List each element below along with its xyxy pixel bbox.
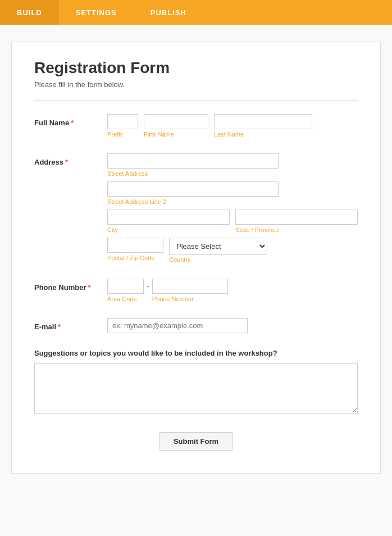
- email-label: E-mail*: [34, 318, 107, 331]
- city-wrap: City: [107, 210, 230, 233]
- required-star-phone: *: [88, 283, 90, 292]
- prefix-wrap: Prefix: [107, 114, 138, 138]
- state-input[interactable]: [235, 210, 358, 225]
- nav-build[interactable]: BUILD: [0, 0, 59, 25]
- zip-country-row: Postal / Zip Code Please Select United S…: [107, 238, 358, 263]
- form-title: Registration Form: [34, 59, 358, 77]
- submit-row: Submit Form: [34, 432, 358, 451]
- required-star-address: *: [65, 158, 68, 166]
- suggestions-section: Suggestions or topics you would like to …: [34, 349, 358, 415]
- form-subtitle: Please fill in the form below.: [34, 80, 358, 89]
- street-input[interactable]: [107, 153, 279, 169]
- address-fields: Street Address Street Address Line 2 Cit…: [107, 153, 358, 263]
- form-card: Registration Form Please fill in the for…: [11, 42, 381, 474]
- address-label: Address*: [34, 153, 107, 166]
- divider: [34, 100, 358, 101]
- phonenumber-input[interactable]: [152, 279, 228, 294]
- prefix-input[interactable]: [107, 114, 138, 129]
- full-name-row: Full Name* Prefix First Name Last Name: [34, 114, 358, 138]
- country-select[interactable]: Please Select United States Canada Unite…: [169, 238, 267, 255]
- areacode-input[interactable]: [107, 279, 144, 294]
- street-label: Street Address: [107, 170, 358, 177]
- firstname-wrap: First Name: [144, 114, 208, 138]
- phonenumber-label: Phone Number: [152, 296, 228, 302]
- zip-input[interactable]: [107, 238, 163, 253]
- country-wrap: Please Select United States Canada Unite…: [169, 238, 267, 263]
- phone-row: Phone Number* Area Code - Phone Number: [34, 279, 358, 302]
- street2-input[interactable]: [107, 181, 279, 197]
- suggestions-label: Suggestions or topics you would like to …: [34, 349, 358, 357]
- zip-wrap: Postal / Zip Code: [107, 238, 163, 261]
- lastname-input[interactable]: [214, 114, 312, 129]
- street-wrap: Street Address: [107, 153, 358, 177]
- email-input[interactable]: [107, 318, 248, 333]
- email-row: E-mail*: [34, 318, 358, 333]
- firstname-input[interactable]: [144, 114, 208, 129]
- nav-settings[interactable]: SETTINGS: [59, 0, 134, 25]
- state-label: State / Province: [235, 226, 358, 233]
- fullname-row: Prefix First Name Last Name: [107, 114, 358, 138]
- email-fields: [107, 318, 358, 333]
- full-name-label: Full Name*: [34, 114, 107, 127]
- areacode-label: Area Code: [107, 296, 137, 302]
- firstname-label: First Name: [144, 131, 208, 138]
- phone-input-row: Area Code - Phone Number: [107, 279, 358, 302]
- required-star-email: *: [58, 322, 61, 331]
- lastname-wrap: Last Name: [214, 114, 312, 138]
- submit-button[interactable]: Submit Form: [159, 432, 233, 451]
- suggestions-textarea[interactable]: [34, 363, 358, 414]
- city-input[interactable]: [107, 210, 230, 225]
- state-wrap: State / Province: [235, 210, 358, 233]
- full-name-fields: Prefix First Name Last Name: [107, 114, 358, 138]
- city-label: City: [107, 226, 230, 233]
- country-label: Country: [169, 256, 267, 263]
- zip-label: Postal / Zip Code: [107, 255, 163, 261]
- address-row: Address* Street Address Street Address L…: [34, 153, 358, 263]
- phone-fields: Area Code - Phone Number: [107, 279, 358, 302]
- required-star: *: [71, 119, 74, 127]
- top-navigation: BUILD SETTINGS PUBLISH: [0, 0, 392, 25]
- street2-wrap: Street Address Line 2: [107, 181, 358, 205]
- phone-label: Phone Number*: [34, 279, 107, 292]
- prefix-label: Prefix: [107, 131, 138, 138]
- areacode-wrap: Area Code: [107, 279, 144, 302]
- lastname-label: Last Name: [214, 131, 312, 138]
- page-wrapper: Registration Form Please fill in the for…: [0, 25, 392, 536]
- phone-dash: -: [144, 279, 152, 291]
- nav-publish[interactable]: PUBLISH: [134, 0, 203, 25]
- phonenumber-wrap: Phone Number: [152, 279, 228, 302]
- city-state-row: City State / Province: [107, 210, 358, 233]
- street2-label: Street Address Line 2: [107, 198, 358, 205]
